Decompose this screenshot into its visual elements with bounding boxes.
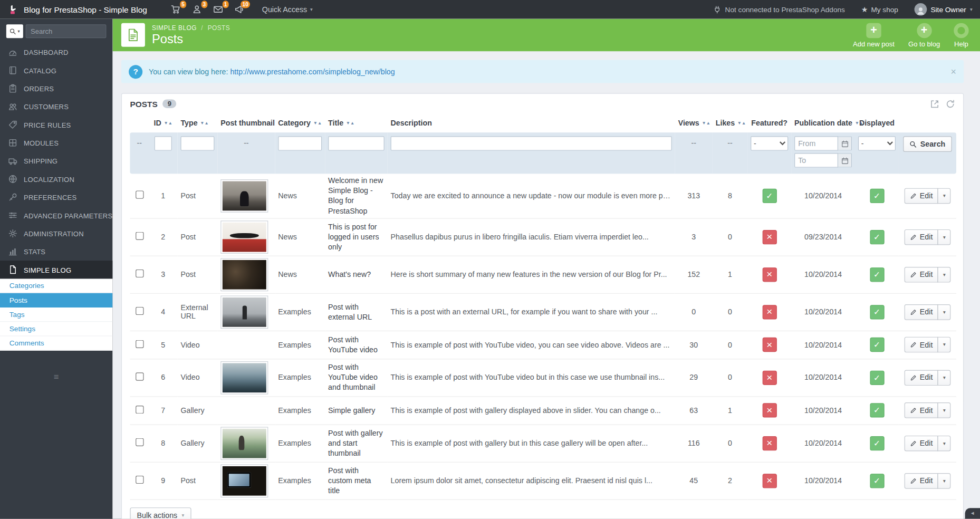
filter-search-button[interactable]: Search	[904, 136, 952, 152]
edit-button[interactable]: Edit	[904, 304, 938, 320]
sort-icons[interactable]: ▼▲	[200, 121, 208, 125]
calendar-icon[interactable]	[838, 153, 852, 167]
featured-toggle-button[interactable]: ×	[762, 436, 776, 450]
filter-type-input[interactable]	[180, 136, 214, 150]
close-icon[interactable]: ×	[951, 66, 956, 77]
featured-toggle-button[interactable]: ×	[762, 403, 776, 418]
edit-dropdown-button[interactable]: ▾	[938, 473, 951, 489]
edit-dropdown-button[interactable]: ▾	[938, 436, 951, 451]
row-select-checkbox[interactable]	[136, 270, 143, 277]
sidebar-item-stats[interactable]: STATS	[0, 243, 112, 261]
displayed-toggle-button[interactable]: ✓	[870, 189, 884, 203]
sidebar-item-advanced-parameters[interactable]: ADVANCED PARAMETERS	[0, 206, 112, 224]
sidebar-subitem-posts[interactable]: Posts	[0, 293, 112, 307]
sidebar-subitem-categories[interactable]: Categories	[0, 278, 112, 293]
row-select-checkbox[interactable]	[136, 476, 143, 484]
edit-dropdown-button[interactable]: ▾	[938, 337, 951, 353]
calendar-icon[interactable]	[838, 136, 852, 150]
row-select-checkbox[interactable]	[136, 232, 143, 240]
row-select-checkbox[interactable]	[136, 191, 143, 199]
collapse-menu-handle[interactable]: ≡	[0, 372, 112, 382]
add-new-post-button[interactable]: +Add new post	[853, 23, 895, 47]
edit-button[interactable]: Edit	[904, 370, 938, 386]
sidebar-search-input[interactable]	[26, 24, 107, 38]
displayed-toggle-button[interactable]: ✓	[870, 436, 884, 450]
featured-toggle-button[interactable]: ✓	[762, 189, 776, 203]
sidebar-item-preferences[interactable]: PREFERENCES	[0, 188, 112, 206]
export-icon[interactable]	[930, 99, 939, 109]
column-header-id[interactable]: ID▼▲	[149, 114, 178, 133]
edit-button[interactable]: Edit	[904, 229, 938, 245]
column-header-type[interactable]: Type▼▲	[178, 114, 218, 133]
sidebar-subitem-comments[interactable]: Comments	[0, 337, 112, 351]
bulk-actions-button[interactable]: Bulk actions ▾	[130, 507, 191, 519]
displayed-toggle-button[interactable]: ✓	[870, 338, 884, 352]
corner-collapse-icon[interactable]: ◄	[965, 508, 980, 518]
blog-link[interactable]: http://www.prestahome.com/simpleblog_new…	[230, 67, 395, 76]
my-shop-link[interactable]: ★ My shop	[861, 5, 898, 14]
displayed-toggle-button[interactable]: ✓	[870, 370, 884, 385]
edit-dropdown-button[interactable]: ▾	[938, 402, 951, 418]
featured-toggle-button[interactable]: ×	[762, 474, 776, 488]
sort-icons[interactable]: ▼▲	[737, 121, 746, 125]
displayed-toggle-button[interactable]: ✓	[870, 474, 884, 488]
help-button[interactable]: Help	[954, 23, 968, 47]
breadcrumb-parent[interactable]: SIMPLE BLOG	[152, 24, 197, 31]
edit-button[interactable]: Edit	[904, 267, 938, 283]
filter-title-input[interactable]	[328, 136, 385, 150]
featured-toggle-button[interactable]: ×	[762, 338, 776, 352]
column-header-title[interactable]: Title▼▲	[325, 114, 387, 133]
featured-toggle-button[interactable]: ×	[762, 370, 776, 385]
filter-displayed-select[interactable]: -	[858, 136, 896, 150]
sidebar-item-administration[interactable]: ADMINISTRATION	[0, 224, 112, 242]
addons-status[interactable]: Not connected to PrestaShop Addons	[713, 5, 845, 13]
edit-button[interactable]: Edit	[904, 473, 938, 489]
row-select-checkbox[interactable]	[136, 340, 143, 348]
sidebar-subitem-settings[interactable]: Settings	[0, 322, 112, 336]
megaphone-notification[interactable]: 10	[235, 4, 245, 14]
edit-dropdown-button[interactable]: ▾	[938, 304, 951, 320]
edit-dropdown-button[interactable]: ▾	[938, 229, 951, 245]
row-select-checkbox[interactable]	[136, 307, 143, 315]
refresh-icon[interactable]	[946, 99, 955, 109]
cart-notification[interactable]: 5	[171, 4, 181, 14]
sidebar-item-dashboard[interactable]: DASHBOARD	[0, 43, 112, 61]
displayed-toggle-button[interactable]: ✓	[870, 267, 884, 282]
featured-toggle-button[interactable]: ×	[762, 267, 776, 282]
sidebar-item-modules[interactable]: MODULES	[0, 134, 112, 152]
displayed-toggle-button[interactable]: ✓	[870, 305, 884, 319]
customers-notification[interactable]: 3	[192, 4, 202, 14]
edit-button[interactable]: Edit	[904, 188, 938, 204]
row-select-checkbox[interactable]	[136, 373, 143, 381]
edit-button[interactable]: Edit	[904, 402, 938, 418]
filter-id-input[interactable]	[155, 136, 172, 150]
quick-access-menu[interactable]: Quick Access ▾	[262, 5, 313, 14]
sort-icons[interactable]: ▼▲	[313, 121, 322, 125]
sort-icons[interactable]: ▼▲	[346, 121, 354, 125]
featured-toggle-button[interactable]: ×	[762, 230, 776, 244]
edit-dropdown-button[interactable]: ▾	[938, 188, 951, 204]
filter-category-input[interactable]	[278, 136, 322, 150]
sidebar-subitem-tags[interactable]: Tags	[0, 307, 112, 322]
messages-notification[interactable]: 1	[213, 4, 223, 14]
user-menu[interactable]: Site Owner ▾	[915, 3, 973, 16]
sidebar-item-simple-blog[interactable]: SIMPLE BLOG	[0, 261, 112, 278]
edit-button[interactable]: Edit	[904, 337, 938, 353]
row-select-checkbox[interactable]	[136, 438, 143, 446]
filter-date-to-input[interactable]	[794, 153, 838, 167]
sidebar-search-button[interactable]: ▾	[6, 24, 23, 38]
column-header-views[interactable]: Views▼▲	[675, 114, 713, 133]
sidebar-item-orders[interactable]: ORDERS	[0, 79, 112, 97]
edit-dropdown-button[interactable]: ▾	[938, 370, 951, 386]
sidebar-item-shipping[interactable]: SHIPPING	[0, 152, 112, 170]
displayed-toggle-button[interactable]: ✓	[870, 230, 884, 244]
sort-icons[interactable]: ▼▲	[164, 121, 172, 125]
filter-description-input[interactable]	[391, 136, 672, 150]
displayed-toggle-button[interactable]: ✓	[870, 403, 884, 418]
row-select-checkbox[interactable]	[136, 406, 143, 414]
column-header-category[interactable]: Category▼▲	[275, 114, 325, 133]
sidebar-item-localization[interactable]: LOCALIZATION	[0, 170, 112, 188]
filter-date-from-input[interactable]	[794, 136, 838, 150]
column-header-likes[interactable]: Likes▼▲	[713, 114, 747, 133]
go-to-blog-button[interactable]: +Go to blog	[908, 23, 940, 47]
